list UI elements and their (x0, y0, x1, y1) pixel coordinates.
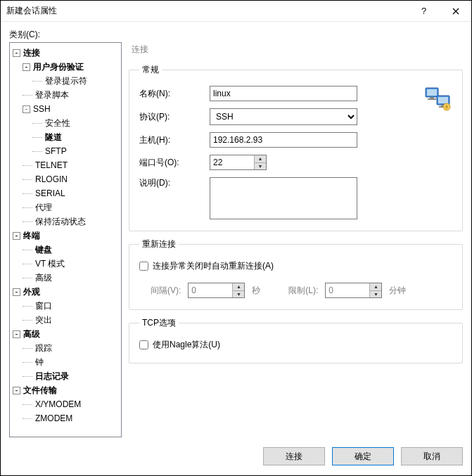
desc-label: 说明(D): (139, 177, 210, 189)
collapse-icon[interactable]: - (13, 330, 20, 338)
collapse-icon[interactable]: - (13, 49, 20, 57)
general-group: 常规 名称(N): 协议(P): SSH (129, 64, 463, 231)
protocol-select[interactable]: SSH (210, 108, 357, 125)
spin-down-icon: ▼ (233, 291, 244, 298)
connect-button[interactable]: 连接 (263, 447, 325, 465)
tree-login-prompt[interactable]: 登录提示符 (45, 74, 87, 88)
tree-sftp[interactable]: SFTP (45, 144, 67, 158)
spin-up-icon: ▲ (233, 283, 244, 291)
tree-highlight[interactable]: 突出 (35, 313, 52, 327)
port-spinner[interactable]: ▲▼ (210, 155, 267, 170)
tree-serial[interactable]: SERIAL (35, 186, 65, 200)
tcp-group: TCP选项 使用Nagle算法(U) (129, 317, 463, 364)
tree-connection[interactable]: 连接 (23, 46, 40, 60)
tree-security[interactable]: 安全性 (45, 116, 70, 130)
port-label: 端口号(O): (139, 157, 210, 169)
collapse-icon[interactable]: - (23, 63, 30, 71)
tree-advanced[interactable]: 高级 (23, 327, 40, 341)
help-button[interactable]: ? (408, 1, 440, 22)
name-label: 名称(N): (139, 88, 210, 100)
general-legend: 常规 (139, 64, 162, 76)
auto-reconnect-input[interactable] (139, 262, 148, 271)
collapse-icon[interactable]: - (23, 105, 30, 113)
tree-xymodem[interactable]: X/YMODEM (35, 397, 81, 411)
category-label: 类别(C): (9, 29, 463, 41)
titlebar: 新建会话属性 ? (1, 1, 471, 22)
settings-panel: 连接 常规 名称(N): 协议(P): SSH (129, 42, 463, 437)
nagle-checkbox[interactable]: 使用Nagle算法(U) (139, 339, 220, 351)
main-area: -连接 -用户身份验证 登录提示符 登录脚本 -SSH 安全性 隧道 SFTP (9, 42, 463, 437)
host-input[interactable] (210, 132, 357, 148)
ok-button[interactable]: 确定 (332, 447, 394, 465)
close-button[interactable] (440, 1, 471, 22)
tree-login-script[interactable]: 登录脚本 (35, 88, 69, 102)
reconnect-legend: 重新连接 (139, 238, 179, 250)
interval-unit: 秒 (252, 285, 260, 297)
collapse-icon[interactable]: - (13, 288, 20, 296)
category-tree[interactable]: -连接 -用户身份验证 登录提示符 登录脚本 -SSH 安全性 隧道 SFTP (9, 42, 122, 437)
limit-spinner: ▲▼ (325, 283, 382, 298)
tree-telnet[interactable]: TELNET (35, 158, 68, 172)
spin-up-icon[interactable]: ▲ (255, 155, 266, 163)
tree-bell[interactable]: 钟 (35, 355, 44, 369)
close-icon (452, 8, 459, 15)
nagle-input[interactable] (139, 340, 148, 349)
collapse-icon[interactable]: - (13, 387, 20, 394)
spin-down-icon[interactable]: ▼ (255, 163, 266, 170)
button-bar: 连接 确定 取消 (1, 437, 471, 475)
tree-ssh[interactable]: SSH (33, 102, 51, 116)
tree-appearance[interactable]: 外观 (23, 285, 40, 299)
tree-file-transfer[interactable]: 文件传输 (23, 383, 57, 397)
svg-rect-1 (427, 89, 437, 96)
panel-title: 连接 (129, 42, 463, 57)
limit-unit: 分钟 (389, 285, 406, 297)
tree-zmodem[interactable]: ZMODEM (35, 411, 72, 425)
connection-icon (424, 86, 452, 111)
collapse-icon[interactable]: - (13, 232, 20, 240)
limit-label: 限制(L): (288, 285, 318, 297)
tree-trace[interactable]: 跟踪 (35, 341, 52, 355)
tree-terminal[interactable]: 终端 (23, 229, 40, 243)
limit-input (326, 283, 369, 297)
protocol-label: 协议(P): (139, 111, 210, 123)
content: 类别(C): -连接 -用户身份验证 登录提示符 登录脚本 -SSH 安全性 (1, 22, 471, 437)
tree-auth[interactable]: 用户身份验证 (33, 60, 84, 74)
nagle-label: 使用Nagle算法(U) (153, 339, 220, 351)
interval-input (189, 283, 232, 297)
reconnect-group: 重新连接 连接异常关闭时自动重新连接(A) 间隔(V): ▲▼ 秒 限制(L (129, 238, 463, 310)
window-title: 新建会话属性 (6, 5, 408, 17)
tree-rlogin[interactable]: RLOGIN (35, 172, 68, 186)
tree-keyboard[interactable]: 键盘 (35, 243, 52, 257)
tree-window[interactable]: 窗口 (35, 299, 52, 313)
spin-down-icon: ▼ (370, 291, 381, 298)
interval-spinner: ▲▼ (188, 283, 245, 298)
tree-vt[interactable]: VT 模式 (35, 257, 65, 271)
svg-rect-2 (430, 97, 434, 98)
desc-textarea[interactable] (210, 177, 357, 219)
tree-proxy[interactable]: 代理 (35, 200, 52, 214)
tcp-legend: TCP选项 (139, 317, 179, 329)
tree-adv-term[interactable]: 高级 (35, 271, 52, 285)
interval-label: 间隔(V): (151, 285, 181, 297)
host-label: 主机(H): (139, 134, 210, 146)
spin-up-icon: ▲ (370, 283, 381, 291)
svg-rect-5 (438, 97, 448, 103)
dialog-window: 新建会话属性 ? 类别(C): -连接 -用户身份验证 登录提示符 登录脚本 -… (0, 0, 472, 476)
cancel-button[interactable]: 取消 (401, 447, 463, 465)
auto-reconnect-checkbox[interactable]: 连接异常关闭时自动重新连接(A) (139, 260, 274, 272)
port-input[interactable] (210, 155, 254, 169)
tree-tunnel[interactable]: 隧道 (45, 130, 62, 144)
tree-keepalive[interactable]: 保持活动状态 (35, 214, 86, 229)
svg-rect-3 (428, 98, 436, 100)
auto-reconnect-label: 连接异常关闭时自动重新连接(A) (153, 260, 274, 272)
name-input[interactable] (210, 86, 357, 101)
tree-logging[interactable]: 日志记录 (35, 369, 69, 383)
